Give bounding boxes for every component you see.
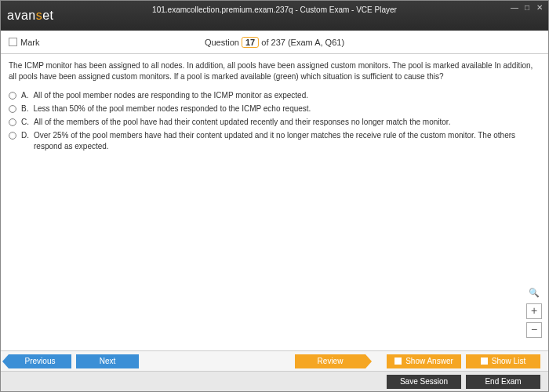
option-text: Over 25% of the pool members have had th… — [34, 130, 540, 152]
mark-label: Mark — [20, 38, 39, 47]
zoom-in-button[interactable]: + — [526, 303, 542, 319]
footer: Previous Next Review Show Answer Show Li… — [1, 350, 548, 391]
answer-option: D. Over 25% of the pool members have had… — [9, 130, 540, 152]
close-button[interactable]: ✕ — [534, 2, 545, 12]
question-counter: Question 17 of 237 (Exam A, Q61) — [205, 37, 344, 48]
show-list-button[interactable]: Show List — [466, 354, 540, 368]
question-text: The ICMP monitor has been assigned to al… — [9, 60, 540, 82]
app-logo: avanset — [7, 9, 54, 23]
question-label: Question — [205, 38, 239, 47]
show-answer-button[interactable]: Show Answer — [387, 354, 461, 368]
question-number: 17 — [242, 37, 259, 48]
window-controls: — □ ✕ — [509, 2, 545, 12]
option-text: Less than 50% of the pool member nodes r… — [33, 103, 311, 114]
show-list-checkbox[interactable] — [481, 358, 488, 365]
answers-list: A. All of the pool member nodes are resp… — [9, 90, 540, 152]
next-button[interactable]: Next — [76, 354, 139, 368]
logo-text-1: avan — [7, 9, 36, 22]
session-button-row: Save Session End Exam — [1, 371, 548, 391]
question-header: Mark Question 17 of 237 (Exam A, Q61) — [1, 31, 548, 54]
answer-option: A. All of the pool member nodes are resp… — [9, 90, 540, 101]
zoom-out-button[interactable]: − — [526, 322, 542, 338]
option-letter: D. — [21, 130, 29, 141]
window-title: 101.examcollection.premium.exam.237q - C… — [152, 5, 397, 14]
option-letter: B. — [21, 103, 28, 114]
show-answer-checkbox[interactable] — [394, 358, 402, 365]
previous-button[interactable]: Previous — [9, 354, 71, 368]
logo-text-3: et — [42, 9, 53, 22]
nav-button-row: Previous Next Review Show Answer Show Li… — [1, 350, 548, 371]
option-letter: C. — [21, 117, 29, 128]
zoom-controls: 🔍 + − — [526, 287, 542, 338]
answer-option: C. All of the members of the pool have h… — [9, 117, 540, 128]
question-total: of 237 (Exam A, Q61) — [259, 38, 344, 47]
save-session-button[interactable]: Save Session — [387, 375, 461, 389]
minimize-button[interactable]: — — [509, 2, 520, 12]
logo-text-2: s — [36, 9, 43, 22]
option-text: All of the pool member nodes are respond… — [33, 90, 308, 101]
mark-checkbox[interactable] — [9, 38, 17, 46]
mark-wrap: Mark — [9, 38, 39, 47]
magnify-icon[interactable]: 🔍 — [529, 287, 540, 299]
option-letter: A. — [21, 90, 28, 101]
radio-d[interactable] — [9, 132, 16, 140]
radio-c[interactable] — [9, 118, 16, 126]
content-area: The ICMP monitor has been assigned to al… — [1, 54, 548, 344]
maximize-button[interactable]: □ — [522, 2, 533, 12]
review-button[interactable]: Review — [295, 354, 365, 368]
show-answer-label: Show Answer — [405, 357, 453, 365]
show-list-label: Show List — [492, 357, 525, 365]
end-exam-button[interactable]: End Exam — [466, 375, 540, 389]
radio-a[interactable] — [9, 92, 16, 100]
answer-option: B. Less than 50% of the pool member node… — [9, 103, 540, 114]
option-text: All of the members of the pool have had … — [34, 117, 450, 128]
radio-b[interactable] — [9, 105, 16, 113]
titlebar: avanset 101.examcollection.premium.exam.… — [1, 1, 548, 31]
